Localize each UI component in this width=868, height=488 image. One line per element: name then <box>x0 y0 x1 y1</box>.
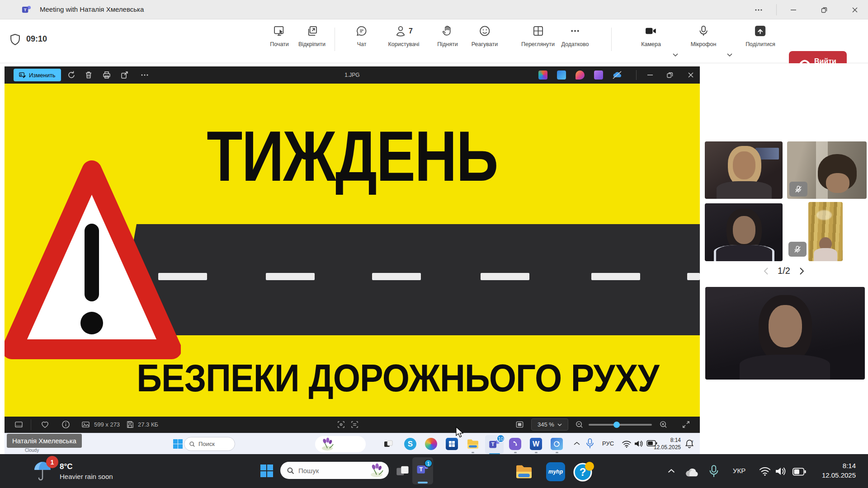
unpin-button[interactable]: Відкріпити <box>298 25 326 47</box>
spotlight-video-tile[interactable] <box>705 287 865 380</box>
meeting-toolbar: 09:10 Почати Відкріпити Чат <box>0 19 868 63</box>
road-dash <box>481 273 529 280</box>
file-size: 27.3 КБ <box>138 421 158 428</box>
chat-bubble-icon <box>356 25 368 37</box>
taskbar-clock[interactable]: 8:14 12.05.2025 <box>822 461 856 480</box>
share-button[interactable]: Поділитися <box>745 25 775 47</box>
camera-on-icon <box>645 25 657 37</box>
system-taskbar: 1 8°C Heavier rain soon Пошук <box>0 454 868 488</box>
view-label: Переглянути <box>521 41 555 47</box>
shared-screen-stage[interactable]: Изменить 1.JPG <box>0 63 700 454</box>
shared-start-icon <box>173 439 183 449</box>
minimize-button[interactable] <box>783 0 804 19</box>
taskbar-teams-button[interactable]: T 1 <box>412 457 433 484</box>
muted-mic-badge <box>788 242 807 257</box>
pager-previous-icon[interactable] <box>763 267 769 276</box>
shared-desktop-taskbar: Поиск S <box>5 433 700 454</box>
shared-notification-bell-icon: z <box>685 439 694 449</box>
participant-video-tile[interactable] <box>705 203 783 261</box>
restore-button[interactable] <box>814 0 835 19</box>
smiley-icon <box>478 25 491 37</box>
language-indicator[interactable]: УКР <box>733 467 745 474</box>
image-dimensions: 599 x 273 <box>94 421 120 428</box>
microphone-button[interactable]: Мікрофон <box>691 25 717 47</box>
tray-chevron-up-icon[interactable] <box>667 468 676 474</box>
mouse-cursor <box>456 427 464 438</box>
active-app-underline <box>418 482 428 483</box>
toolbar-divider <box>335 28 335 51</box>
mic-in-use-tray-icon[interactable] <box>709 465 719 479</box>
view-button[interactable]: Переглянути <box>521 25 555 47</box>
flower-image-icon <box>320 437 335 451</box>
battery-tray-icon[interactable] <box>792 468 807 476</box>
shared-clock-time: 8:14 <box>654 436 681 444</box>
zoom-level-dropdown: 345 % <box>531 418 568 431</box>
shared-explorer-icon <box>467 438 479 450</box>
shared-search-box: Поиск <box>184 437 235 451</box>
more-actions-button[interactable]: Додатково <box>561 25 589 47</box>
participant-face-shape <box>733 151 755 179</box>
teams-logo-icon: T <box>21 5 32 15</box>
warning-triangle-icon <box>5 155 181 364</box>
microphone-chevron-down-icon[interactable] <box>726 51 733 58</box>
designer-icon <box>576 70 585 80</box>
teams-meeting-window: T Meeting with Наталія Хмелевська 09:10 … <box>0 0 868 488</box>
question-mark-icon: ? <box>573 461 594 482</box>
photos-restore-icon <box>665 70 675 80</box>
zoom-slider <box>589 424 652 426</box>
start-presenting-label: Почати <box>270 41 289 47</box>
wifi-tray-icon[interactable] <box>759 466 771 476</box>
myhp-app-button[interactable]: myhp <box>546 462 565 481</box>
search-highlight-flower-icon <box>367 463 386 478</box>
start-presenting-button[interactable]: Почати <box>270 25 289 47</box>
file-explorer-button[interactable] <box>514 464 533 479</box>
camera-chevron-down-icon[interactable] <box>672 51 679 58</box>
volume-tray-icon[interactable] <box>774 466 787 476</box>
photos-titlebar-divider <box>636 70 637 80</box>
photos-minimize-icon <box>646 70 655 80</box>
camera-button[interactable]: Камера <box>641 25 661 47</box>
participant-video-tile[interactable] <box>808 202 843 261</box>
raised-hand-icon <box>442 25 454 37</box>
zoom-slider-thumb <box>613 422 620 428</box>
window-titlebar: T Meeting with Наталія Хмелевська <box>0 0 868 19</box>
file-size-icon <box>126 420 134 429</box>
security-shield-icon <box>9 33 21 46</box>
zoom-in-icon <box>659 420 668 429</box>
shared-mic-tray-icon <box>586 438 594 450</box>
participant-video-tile[interactable] <box>705 141 783 199</box>
presenter-name-label: Наталія Хмелевська <box>7 434 82 448</box>
pager-page-indicator: 1/2 <box>778 266 790 276</box>
react-button[interactable]: Реагувати <box>472 25 498 47</box>
taskbar-search-box[interactable]: Пошук <box>280 462 389 479</box>
pager-next-icon[interactable] <box>798 267 805 276</box>
help-app-button[interactable]: ? <box>573 461 594 482</box>
participants-button[interactable]: 7 Користувачі <box>388 25 419 47</box>
participants-pager: 1/2 <box>700 266 868 276</box>
weather-temperature: 8°C <box>60 462 113 471</box>
raise-hand-button[interactable]: Підняти <box>437 25 458 47</box>
task-view-button[interactable] <box>396 465 410 478</box>
zoom-level-value: 345 % <box>538 421 554 428</box>
participant-torso-shape <box>717 181 772 199</box>
weather-widget[interactable]: 1 8°C Heavier rain soon <box>32 458 194 485</box>
onedrive-tray-icon[interactable] <box>684 468 699 478</box>
participant-face-shape <box>769 305 802 347</box>
titlebar-more-button[interactable] <box>748 0 769 19</box>
meeting-timer: 09:10 <box>26 34 47 44</box>
start-button[interactable] <box>259 464 274 478</box>
photos-close-icon <box>686 70 695 80</box>
image-edit-app-icon <box>557 70 566 80</box>
close-button[interactable] <box>844 0 865 19</box>
bottom-bar-divider <box>31 419 31 430</box>
open-app-indicator <box>514 452 517 453</box>
shared-clock-date: 12.05.2025 <box>654 444 681 451</box>
svg-text:T: T <box>491 441 495 447</box>
screen-cursor-icon <box>274 25 286 37</box>
participant-video-tile[interactable] <box>787 141 867 199</box>
minimize-icon <box>790 6 797 14</box>
chat-button[interactable]: Чат <box>356 25 368 47</box>
presenter-name: Наталія Хмелевська <box>12 437 76 445</box>
road-safety-poster: ТИЖДЕНЬ БЕЗПЕКИ ДОРОЖНЬОГО РУХУ <box>5 84 700 417</box>
clipchamp-icon <box>594 70 603 80</box>
